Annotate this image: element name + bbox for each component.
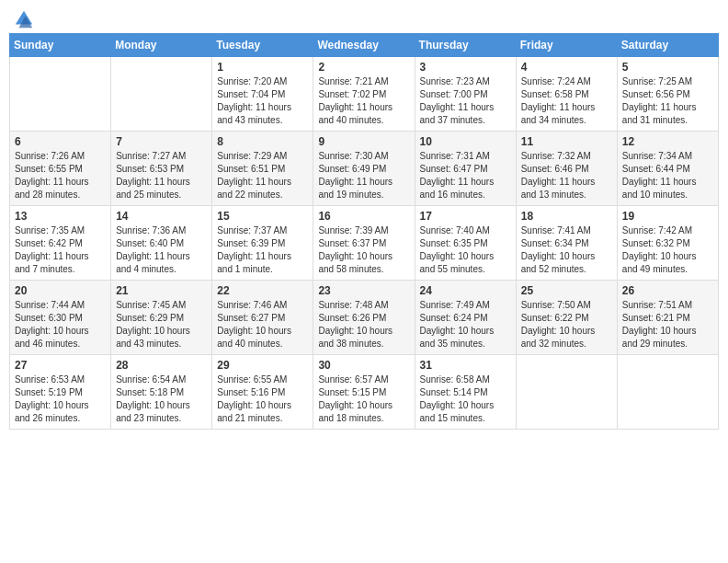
day-number: 5 <box>622 61 713 74</box>
calendar-cell: 9Sunrise: 7:30 AMSunset: 6:49 PMDaylight… <box>313 132 415 206</box>
calendar-cell: 10Sunrise: 7:31 AMSunset: 6:47 PMDayligh… <box>415 132 516 206</box>
week-row-4: 20Sunrise: 7:44 AMSunset: 6:30 PMDayligh… <box>10 281 719 355</box>
day-number: 18 <box>521 210 612 223</box>
day-info: Sunrise: 7:42 AMSunset: 6:32 PMDaylight:… <box>622 224 713 276</box>
day-info: Sunrise: 7:27 AMSunset: 6:53 PMDaylight:… <box>116 150 207 201</box>
day-info: Sunrise: 7:26 AMSunset: 6:55 PMDaylight:… <box>15 150 106 201</box>
column-header-monday: Monday <box>111 34 212 57</box>
day-number: 15 <box>217 210 308 223</box>
day-number: 30 <box>318 359 409 372</box>
day-info: Sunrise: 7:31 AMSunset: 6:47 PMDaylight:… <box>420 150 511 201</box>
day-info: Sunrise: 7:32 AMSunset: 6:46 PMDaylight:… <box>521 150 612 201</box>
day-info: Sunrise: 7:51 AMSunset: 6:21 PMDaylight:… <box>622 299 713 350</box>
calendar-cell: 2Sunrise: 7:21 AMSunset: 7:02 PMDaylight… <box>313 57 415 132</box>
calendar-cell: 16Sunrise: 7:39 AMSunset: 6:37 PMDayligh… <box>313 206 415 281</box>
calendar-cell: 21Sunrise: 7:45 AMSunset: 6:29 PMDayligh… <box>111 281 212 355</box>
calendar-cell: 25Sunrise: 7:50 AMSunset: 6:22 PMDayligh… <box>516 281 617 355</box>
day-number: 13 <box>15 210 106 223</box>
day-info: Sunrise: 7:29 AMSunset: 6:51 PMDaylight:… <box>217 150 308 201</box>
column-header-thursday: Thursday <box>415 34 516 57</box>
day-info: Sunrise: 7:34 AMSunset: 6:44 PMDaylight:… <box>622 150 713 201</box>
calendar-cell: 15Sunrise: 7:37 AMSunset: 6:39 PMDayligh… <box>212 206 313 281</box>
day-info: Sunrise: 6:53 AMSunset: 5:19 PMDaylight:… <box>15 373 106 425</box>
header-row: SundayMondayTuesdayWednesdayThursdayFrid… <box>10 34 719 57</box>
calendar-cell <box>10 57 111 132</box>
day-number: 8 <box>217 135 308 148</box>
day-number: 11 <box>521 135 612 148</box>
calendar-table: SundayMondayTuesdayWednesdayThursdayFrid… <box>9 33 719 430</box>
calendar-cell: 7Sunrise: 7:27 AMSunset: 6:53 PMDaylight… <box>111 132 212 206</box>
day-number: 14 <box>116 210 207 223</box>
day-number: 4 <box>521 61 612 74</box>
calendar-cell: 20Sunrise: 7:44 AMSunset: 6:30 PMDayligh… <box>10 281 111 355</box>
week-row-5: 27Sunrise: 6:53 AMSunset: 5:19 PMDayligh… <box>10 355 719 430</box>
calendar-cell: 31Sunrise: 6:58 AMSunset: 5:14 PMDayligh… <box>415 355 516 430</box>
day-number: 19 <box>622 210 713 223</box>
calendar-cell <box>111 57 212 132</box>
calendar-cell: 30Sunrise: 6:57 AMSunset: 5:15 PMDayligh… <box>313 355 415 430</box>
day-number: 27 <box>15 359 106 372</box>
day-info: Sunrise: 7:44 AMSunset: 6:30 PMDaylight:… <box>15 299 106 350</box>
calendar-cell: 23Sunrise: 7:48 AMSunset: 6:26 PMDayligh… <box>313 281 415 355</box>
calendar-cell: 28Sunrise: 6:54 AMSunset: 5:18 PMDayligh… <box>111 355 212 430</box>
day-number: 7 <box>116 135 207 148</box>
day-info: Sunrise: 7:37 AMSunset: 6:39 PMDaylight:… <box>217 224 308 276</box>
day-info: Sunrise: 7:45 AMSunset: 6:29 PMDaylight:… <box>116 299 207 350</box>
day-info: Sunrise: 7:20 AMSunset: 7:04 PMDaylight:… <box>217 75 308 127</box>
day-number: 16 <box>318 210 409 223</box>
calendar-cell: 18Sunrise: 7:41 AMSunset: 6:34 PMDayligh… <box>516 206 617 281</box>
day-info: Sunrise: 7:40 AMSunset: 6:35 PMDaylight:… <box>420 224 511 276</box>
calendar-cell: 11Sunrise: 7:32 AMSunset: 6:46 PMDayligh… <box>516 132 617 206</box>
logo <box>13 9 34 26</box>
calendar-cell: 19Sunrise: 7:42 AMSunset: 6:32 PMDayligh… <box>617 206 718 281</box>
column-header-tuesday: Tuesday <box>212 34 313 57</box>
calendar-cell <box>516 355 617 430</box>
logo-icon <box>14 9 34 29</box>
calendar-cell: 1Sunrise: 7:20 AMSunset: 7:04 PMDaylight… <box>212 57 313 132</box>
day-number: 10 <box>420 135 511 148</box>
calendar-cell: 12Sunrise: 7:34 AMSunset: 6:44 PMDayligh… <box>617 132 718 206</box>
day-number: 23 <box>318 284 409 297</box>
column-header-wednesday: Wednesday <box>313 34 415 57</box>
day-info: Sunrise: 6:55 AMSunset: 5:16 PMDaylight:… <box>217 373 308 425</box>
calendar-cell: 6Sunrise: 7:26 AMSunset: 6:55 PMDaylight… <box>10 132 111 206</box>
day-info: Sunrise: 7:49 AMSunset: 6:24 PMDaylight:… <box>420 299 511 350</box>
day-info: Sunrise: 7:39 AMSunset: 6:37 PMDaylight:… <box>318 224 409 276</box>
day-info: Sunrise: 7:25 AMSunset: 6:56 PMDaylight:… <box>622 75 713 127</box>
day-number: 20 <box>15 284 106 297</box>
calendar-cell: 13Sunrise: 7:35 AMSunset: 6:42 PMDayligh… <box>10 206 111 281</box>
page-header <box>9 9 719 26</box>
day-number: 31 <box>420 359 511 372</box>
day-number: 28 <box>116 359 207 372</box>
day-info: Sunrise: 6:57 AMSunset: 5:15 PMDaylight:… <box>318 373 409 425</box>
day-number: 25 <box>521 284 612 297</box>
calendar-cell <box>617 355 718 430</box>
calendar-cell: 29Sunrise: 6:55 AMSunset: 5:16 PMDayligh… <box>212 355 313 430</box>
day-number: 26 <box>622 284 713 297</box>
day-info: Sunrise: 7:24 AMSunset: 6:58 PMDaylight:… <box>521 75 612 127</box>
column-header-friday: Friday <box>516 34 617 57</box>
week-row-1: 1Sunrise: 7:20 AMSunset: 7:04 PMDaylight… <box>10 57 719 132</box>
column-header-sunday: Sunday <box>10 34 111 57</box>
day-info: Sunrise: 7:46 AMSunset: 6:27 PMDaylight:… <box>217 299 308 350</box>
day-number: 6 <box>15 135 106 148</box>
day-info: Sunrise: 7:50 AMSunset: 6:22 PMDaylight:… <box>521 299 612 350</box>
day-number: 22 <box>217 284 308 297</box>
day-info: Sunrise: 7:41 AMSunset: 6:34 PMDaylight:… <box>521 224 612 276</box>
day-info: Sunrise: 7:30 AMSunset: 6:49 PMDaylight:… <box>318 150 409 201</box>
calendar-cell: 5Sunrise: 7:25 AMSunset: 6:56 PMDaylight… <box>617 57 718 132</box>
day-number: 21 <box>116 284 207 297</box>
calendar-cell: 17Sunrise: 7:40 AMSunset: 6:35 PMDayligh… <box>415 206 516 281</box>
calendar-cell: 14Sunrise: 7:36 AMSunset: 6:40 PMDayligh… <box>111 206 212 281</box>
day-number: 29 <box>217 359 308 372</box>
day-info: Sunrise: 6:58 AMSunset: 5:14 PMDaylight:… <box>420 373 511 425</box>
day-info: Sunrise: 6:54 AMSunset: 5:18 PMDaylight:… <box>116 373 207 425</box>
day-info: Sunrise: 7:48 AMSunset: 6:26 PMDaylight:… <box>318 299 409 350</box>
day-number: 9 <box>318 135 409 148</box>
calendar-cell: 8Sunrise: 7:29 AMSunset: 6:51 PMDaylight… <box>212 132 313 206</box>
week-row-2: 6Sunrise: 7:26 AMSunset: 6:55 PMDaylight… <box>10 132 719 206</box>
column-header-saturday: Saturday <box>617 34 718 57</box>
day-info: Sunrise: 7:21 AMSunset: 7:02 PMDaylight:… <box>318 75 409 127</box>
calendar-cell: 24Sunrise: 7:49 AMSunset: 6:24 PMDayligh… <box>415 281 516 355</box>
day-number: 12 <box>622 135 713 148</box>
